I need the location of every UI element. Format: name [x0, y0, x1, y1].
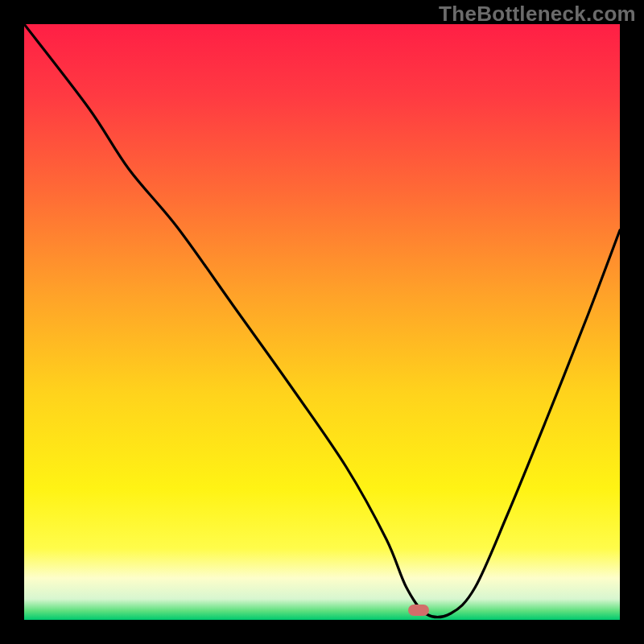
bottleneck-curve: [24, 24, 620, 620]
watermark-text: TheBottleneck.com: [439, 2, 636, 27]
figure-outer: TheBottleneck.com: [0, 0, 644, 644]
optimum-marker: [408, 605, 429, 616]
plot-area: [24, 24, 620, 620]
